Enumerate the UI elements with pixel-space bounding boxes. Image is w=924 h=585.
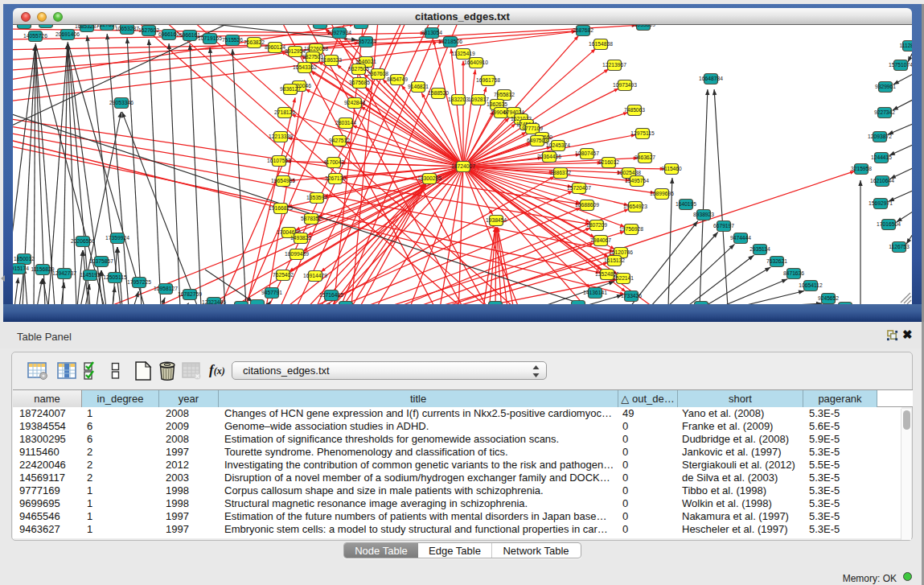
svg-text:15720407: 15720407 xyxy=(567,185,591,191)
svg-text:17016504: 17016504 xyxy=(877,221,901,227)
svg-text:6679197: 6679197 xyxy=(713,223,734,229)
svg-text:2718126: 2718126 xyxy=(274,109,295,115)
svg-text:16640910: 16640910 xyxy=(464,60,488,65)
svg-text:8938923: 8938923 xyxy=(693,212,714,217)
svg-text:20206556: 20206556 xyxy=(71,238,95,244)
svg-text:7515526: 7515526 xyxy=(222,37,243,43)
svg-text:16853287: 16853287 xyxy=(75,25,99,29)
svg-text:9329961: 9329961 xyxy=(875,84,896,89)
svg-text:6497503: 6497503 xyxy=(527,138,548,143)
svg-text:15692971: 15692971 xyxy=(869,200,893,206)
svg-text:8186323: 8186323 xyxy=(321,57,342,63)
svg-text:20691406: 20691406 xyxy=(55,31,80,37)
svg-text:1244415: 1244415 xyxy=(871,154,892,160)
svg-text:17957225: 17957225 xyxy=(127,279,151,285)
svg-text:10719155: 10719155 xyxy=(198,35,222,41)
svg-text:8471636: 8471636 xyxy=(783,270,804,276)
svg-text:12975115: 12975115 xyxy=(630,130,655,136)
svg-text:1603381: 1603381 xyxy=(351,25,372,26)
svg-text:10653287: 10653287 xyxy=(115,26,139,31)
svg-text:9227342: 9227342 xyxy=(874,109,895,115)
svg-text:18226058: 18226058 xyxy=(304,46,328,51)
svg-text:2803144: 2803144 xyxy=(335,120,356,126)
svg-text:1527602: 1527602 xyxy=(138,27,159,33)
svg-text:1588520: 1588520 xyxy=(428,90,449,96)
svg-text:16107553: 16107553 xyxy=(267,158,291,163)
svg-text:1145193: 1145193 xyxy=(80,272,101,278)
svg-text:18724007: 18724007 xyxy=(451,163,475,169)
svg-text:10688609: 10688609 xyxy=(575,202,599,208)
svg-text:7663822: 7663822 xyxy=(244,39,265,45)
svg-text:2687682: 2687682 xyxy=(573,27,593,33)
svg-text:11325419: 11325419 xyxy=(451,51,475,56)
svg-text:20927934: 20927934 xyxy=(327,30,351,35)
svg-text:12942737: 12942737 xyxy=(52,270,76,276)
svg-text:7955812: 7955812 xyxy=(494,92,515,97)
svg-text:10025438: 10025438 xyxy=(617,170,641,175)
svg-text:12213339: 12213339 xyxy=(269,134,293,139)
svg-text:19654923: 19654923 xyxy=(623,204,647,209)
svg-text:20364436: 20364436 xyxy=(537,154,561,159)
svg-text:8960124: 8960124 xyxy=(265,44,285,50)
svg-text:15751074: 15751074 xyxy=(889,62,912,68)
svg-text:14136141: 14136141 xyxy=(583,290,607,295)
svg-text:9115460: 9115460 xyxy=(661,166,682,171)
svg-text:1112853: 1112853 xyxy=(899,43,912,48)
svg-text:7625402: 7625402 xyxy=(273,272,294,278)
svg-text:1832203: 1832203 xyxy=(448,97,469,102)
svg-text:4170042: 4170042 xyxy=(323,159,344,165)
svg-text:1733426: 1733426 xyxy=(621,293,642,299)
svg-text:3675685: 3675685 xyxy=(349,80,370,85)
svg-text:10899695: 10899695 xyxy=(650,191,674,196)
svg-text:8912954: 8912954 xyxy=(285,48,306,54)
svg-text:19654985: 19654985 xyxy=(271,178,295,183)
svg-text:1615132: 1615132 xyxy=(604,257,625,263)
svg-text:10973493: 10973493 xyxy=(613,82,637,88)
svg-text:1362635: 1362635 xyxy=(487,101,507,107)
svg-text:8454749: 8454749 xyxy=(387,76,408,82)
svg-text:2886372: 2886372 xyxy=(550,170,571,175)
svg-text:2367608: 2367608 xyxy=(368,71,388,76)
svg-text:9836127: 9836127 xyxy=(280,86,301,92)
svg-text:16543362: 16543362 xyxy=(293,64,317,70)
svg-text:2935114: 2935114 xyxy=(749,246,770,252)
svg-text:12505115: 12505115 xyxy=(103,274,127,280)
svg-text:6966160: 6966160 xyxy=(158,31,179,37)
svg-text:9245652: 9245652 xyxy=(818,295,839,301)
svg-text:8813054: 8813054 xyxy=(421,30,442,35)
svg-text:11156829: 11156829 xyxy=(31,266,55,272)
svg-text:12213967: 12213967 xyxy=(602,62,626,68)
svg-text:12093872: 12093872 xyxy=(868,134,892,139)
svg-text:9457791: 9457791 xyxy=(261,290,282,295)
svg-text:10958127: 10958127 xyxy=(154,286,178,291)
svg-text:12323446: 12323446 xyxy=(202,299,226,304)
svg-text:19035572: 19035572 xyxy=(13,25,36,26)
svg-text:2522141: 2522141 xyxy=(613,275,634,281)
svg-text:9777109: 9777109 xyxy=(522,126,543,131)
svg-text:16961758: 16961758 xyxy=(476,77,500,83)
svg-text:10654112: 10654112 xyxy=(799,282,823,288)
svg-text:9146821: 9146821 xyxy=(408,84,429,89)
svg-text:1938454: 1938454 xyxy=(486,217,507,223)
svg-text:10807457: 10807457 xyxy=(575,150,599,156)
svg-text:1126753: 1126753 xyxy=(889,244,910,249)
svg-text:15495754: 15495754 xyxy=(625,178,649,183)
svg-text:1850012: 1850012 xyxy=(14,256,35,262)
svg-text:16154838: 16154838 xyxy=(589,41,613,47)
svg-text:16782759: 16782759 xyxy=(178,291,202,297)
svg-text:19756928: 19756928 xyxy=(619,226,643,232)
svg-text:10245374: 10245374 xyxy=(546,142,570,148)
svg-text:19218506: 19218506 xyxy=(438,39,462,44)
svg-text:19166825: 19166825 xyxy=(269,205,293,211)
svg-text:10375857: 10375857 xyxy=(89,258,113,264)
svg-text:9242848: 9242848 xyxy=(344,100,365,105)
svg-text:14055726: 14055726 xyxy=(23,33,47,39)
svg-text:3215958: 3215958 xyxy=(851,166,872,171)
svg-text:15716485: 15716485 xyxy=(319,292,343,298)
svg-text:7357224: 7357224 xyxy=(355,39,376,44)
svg-text:29053346: 29053346 xyxy=(109,100,133,105)
svg-text:9327505: 9327505 xyxy=(348,66,369,72)
svg-text:16648784: 16648784 xyxy=(699,76,723,81)
svg-text:2092793: 2092793 xyxy=(310,25,331,26)
svg-text:1807209: 1807209 xyxy=(586,222,607,228)
